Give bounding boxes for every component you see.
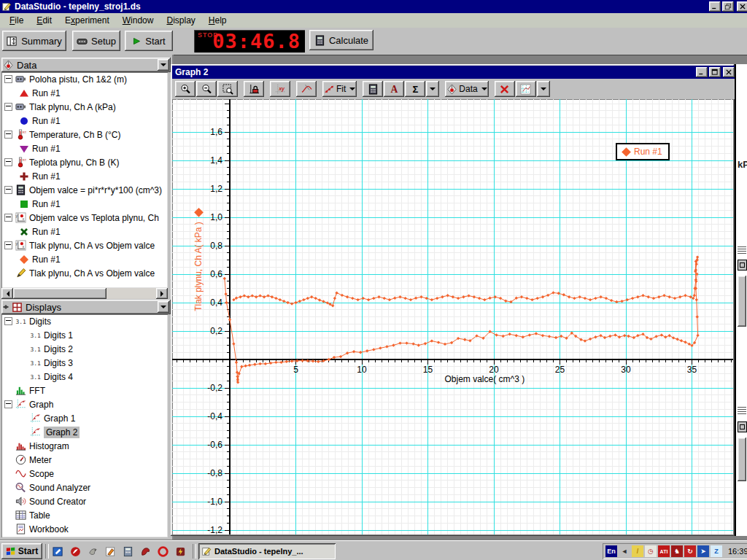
ql-acrobat-icon[interactable] — [69, 545, 82, 558]
zoom-out-button[interactable] — [196, 81, 217, 97]
run-row[interactable]: Run #1 — [1, 86, 168, 100]
background-scrollbar-thumb[interactable] — [738, 276, 746, 327]
tree-expander[interactable] — [4, 214, 12, 222]
menu-experiment[interactable]: Experiment — [58, 14, 116, 27]
graph-window-titlebar[interactable]: Graph 2 — [172, 66, 736, 79]
zwave-icon[interactable]: Z — [711, 545, 722, 557]
language-indicator[interactable]: En — [605, 545, 617, 557]
scroll-thumb[interactable] — [13, 288, 107, 299]
data-item-row[interactable]: Poloha pistu, Ch 1&2 (m) — [1, 72, 168, 86]
setup-button[interactable]: Setup — [72, 31, 120, 51]
calculate-button[interactable]: Calculate — [309, 30, 374, 50]
run-row[interactable]: Run #1 — [1, 197, 168, 211]
pen-tool-icon[interactable]: / — [632, 545, 643, 557]
display-item-row[interactable]: Scope — [1, 467, 168, 481]
tree-expander[interactable] — [4, 103, 12, 111]
sync-icon[interactable]: ↻ — [684, 545, 696, 557]
run-row[interactable]: Run #1 — [1, 169, 168, 183]
data-item-row[interactable]: xyTlak plynu, Ch A vs Objem valce — [1, 238, 168, 252]
scroll-left-button[interactable] — [1, 288, 13, 299]
text-a-button[interactable]: A — [384, 81, 404, 97]
display-item-row[interactable]: Sound Creator — [1, 494, 168, 508]
display-item-row[interactable]: 3.14Digits 2 — [1, 342, 168, 356]
data-balloon-button[interactable]: Data — [445, 81, 488, 97]
chart-legend[interactable]: Run #1 — [616, 143, 670, 160]
taskbar-start-button[interactable]: Start — [1, 543, 42, 559]
ati-icon[interactable]: ATI — [658, 545, 670, 557]
data-tree-hscrollbar[interactable] — [1, 288, 168, 299]
menu-display[interactable]: Display — [160, 14, 201, 27]
mouse-tool-icon[interactable]: ♞ — [671, 545, 683, 557]
ql-bird-icon[interactable] — [86, 545, 99, 558]
tree-expander[interactable] — [4, 186, 12, 194]
tree-expander[interactable] — [4, 75, 12, 83]
menu-window[interactable]: Window — [116, 14, 160, 27]
data-item-row[interactable]: Tlak plynu, Ch A (kPa) — [1, 100, 168, 114]
display-item-row[interactable]: Histogram — [1, 439, 168, 453]
ql-opera-icon[interactable] — [156, 545, 169, 558]
sigma-button[interactable]: Σ — [405, 81, 425, 97]
graph-minimize-button[interactable] — [696, 67, 708, 77]
display-item-row[interactable]: FFT — [1, 384, 168, 397]
run-row[interactable]: Run #1 — [1, 252, 168, 266]
xy-tool-button[interactable]: xy — [270, 81, 290, 97]
zoom-select-button[interactable] — [217, 81, 238, 97]
scroll-right-button[interactable] — [156, 288, 168, 299]
data-item-row[interactable]: RTDTeplota plynu, Ch B (K) — [1, 155, 168, 169]
volume-icon[interactable]: ◄ — [619, 545, 630, 557]
run-row[interactable]: Run #1 — [1, 225, 168, 238]
data-item-row[interactable]: xyObjem valce vs Teplota plynu, Ch — [1, 211, 168, 225]
display-item-row[interactable]: 3.14Digits 1 — [1, 328, 168, 342]
data-panel-dropdown-button[interactable] — [158, 59, 169, 71]
fit-tool-button[interactable]: Fit — [322, 81, 357, 97]
start-button[interactable]: Start — [125, 31, 173, 51]
display-item-row[interactable]: Graph — [1, 397, 168, 411]
sigma-dropdown-button[interactable] — [426, 81, 439, 97]
delete-x-button[interactable] — [495, 81, 515, 97]
restore-button[interactable] — [722, 1, 734, 12]
run-row[interactable]: Run #1 — [1, 141, 168, 155]
menu-help[interactable]: Help — [202, 14, 233, 27]
display-item-row[interactable]: Graph 2 — [1, 425, 168, 439]
scale-lock-button[interactable] — [244, 81, 264, 97]
display-item-row[interactable]: Table — [1, 508, 168, 522]
taskbar-task-button[interactable]: DataStudio - tepelny_... — [198, 543, 336, 559]
data-item-row[interactable]: RTDTemperature, Ch B (°C) — [1, 128, 168, 141]
display-item-row[interactable]: 3.14Digits — [1, 314, 168, 328]
y-axis-title[interactable]: Tlak plynu, Ch A( kPa ) — [193, 209, 204, 311]
menu-edit[interactable]: Edit — [30, 14, 58, 27]
background-scrollbar-thumb[interactable] — [738, 438, 746, 481]
minimize-button[interactable] — [709, 1, 721, 12]
data-item-row[interactable]: Objem valce = pi*r*r*y*100 (cm^3) — [1, 183, 168, 197]
display-item-row[interactable]: Graph 1 — [1, 411, 168, 425]
summary-button[interactable]: Summary — [2, 31, 66, 51]
menu-file[interactable]: File — [3, 14, 30, 27]
data-panel-header[interactable]: Data — [1, 58, 171, 72]
ql-calcapp-icon[interactable] — [121, 545, 134, 558]
ql-dragon-icon[interactable] — [139, 545, 152, 558]
display-item-row[interactable]: Workbook — [1, 522, 168, 536]
tree-expander[interactable] — [4, 241, 12, 249]
data-item-row[interactable]: Tlak plynu, Ch A vs Objem valce — [1, 266, 168, 280]
display-item-row[interactable]: 3.14Digits 4 — [1, 370, 168, 384]
displays-panel-header[interactable]: Displays — [1, 300, 171, 314]
net-arrow-icon[interactable]: ➤ — [697, 545, 709, 557]
smart-tool-button[interactable] — [296, 81, 317, 97]
run-row[interactable]: Run #1 — [1, 114, 168, 128]
close-button[interactable] — [737, 1, 747, 12]
scheduler-icon[interactable]: ◷ — [645, 545, 657, 557]
background-window-edge[interactable]: kP — [735, 64, 747, 536]
graph-settings-button[interactable] — [516, 81, 536, 97]
tree-expander[interactable] — [4, 158, 12, 166]
ql-draw-icon[interactable] — [104, 545, 117, 558]
graph-close-button[interactable] — [723, 67, 735, 77]
tree-expander[interactable] — [4, 131, 12, 139]
ql-notes-icon[interactable] — [51, 545, 64, 558]
displays-panel-dropdown-button[interactable] — [158, 301, 169, 313]
calculator-button[interactable] — [363, 81, 383, 97]
tree-expander[interactable] — [4, 317, 12, 325]
display-item-row[interactable]: Sound Analyzer — [1, 481, 168, 494]
display-item-row[interactable]: 3.14Digits 3 — [1, 356, 168, 370]
graph-settings-dropdown-button[interactable] — [537, 81, 550, 97]
zoom-in-button[interactable] — [175, 81, 196, 97]
